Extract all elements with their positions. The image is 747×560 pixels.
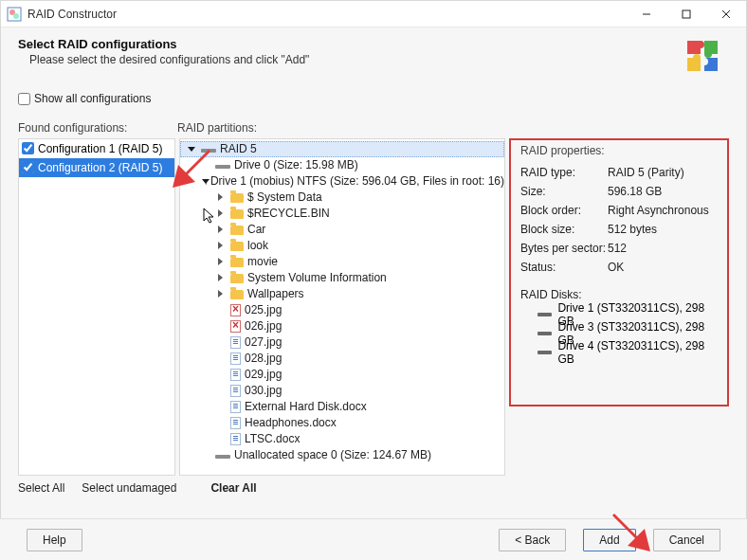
file-icon (230, 385, 241, 397)
drive-icon (537, 351, 552, 354)
select-all-link[interactable]: Select All (18, 481, 64, 495)
partition-tree[interactable]: RAID 5 Drive 0 (Size: 15.98 MB) Drive 1 … (179, 138, 505, 476)
close-button[interactable] (706, 1, 746, 27)
folder-icon (230, 193, 244, 203)
tree-node-file[interactable]: LTSC.docx (180, 431, 504, 447)
file-icon (230, 401, 241, 413)
puzzle-icon (683, 37, 723, 77)
tree-node-file[interactable]: 026.jpg (180, 318, 504, 334)
tree-node-file[interactable]: 030.jpg (180, 383, 504, 399)
file-icon (230, 304, 241, 316)
tree-node-folder[interactable]: Wallpapers (180, 286, 504, 302)
minimize-button[interactable] (627, 1, 666, 27)
tree-node-folder[interactable]: $RECYCLE.BIN (180, 206, 504, 222)
svg-point-2 (13, 13, 19, 19)
tree-node-unallocated[interactable]: Unallocated space 0 (Size: 124.67 MB) (180, 447, 504, 463)
folder-icon (230, 242, 244, 251)
raid-disks-label: RAID Disks: (520, 288, 718, 301)
tree-node-folder[interactable]: System Volume Information (180, 270, 504, 286)
tree-node-file[interactable]: 027.jpg (180, 334, 504, 351)
folder-icon (230, 226, 244, 235)
config-item-2[interactable]: Configuration 2 (RAID 5) (19, 158, 174, 177)
page-subtitle: Please select the desired configurations… (18, 51, 683, 66)
file-icon (230, 320, 241, 333)
drive-icon (215, 455, 230, 459)
back-button[interactable]: < Back (499, 529, 566, 551)
folder-icon (230, 258, 244, 267)
tree-node-file[interactable]: Headphones.docx (180, 415, 504, 431)
file-icon (230, 369, 241, 381)
file-icon (230, 417, 241, 429)
tree-node-file[interactable]: 025.jpg (180, 302, 504, 318)
add-button[interactable]: Add (583, 529, 635, 551)
tree-node-drive[interactable]: Drive 0 (Size: 15.98 MB) (180, 157, 504, 173)
app-icon (7, 7, 22, 22)
file-icon (230, 352, 241, 365)
tree-node-file[interactable]: 028.jpg (180, 351, 504, 367)
tree-node-root[interactable]: RAID 5 (180, 141, 504, 157)
tree-node-file[interactable]: 029.jpg (180, 367, 504, 383)
folder-icon (230, 209, 244, 219)
tree-node-drive[interactable]: Drive 1 (mobius) NTFS (Size: 596.04 GB, … (180, 173, 504, 190)
folder-icon (230, 290, 244, 299)
folder-icon (230, 274, 244, 283)
tree-node-file[interactable]: External Hard Disk.docx (180, 399, 504, 415)
clear-all-link[interactable]: Clear All (210, 481, 256, 495)
file-icon (230, 336, 241, 349)
config-item-1[interactable]: Configuration 1 (RAID 5) (19, 139, 174, 158)
tree-node-folder[interactable]: movie (180, 254, 504, 270)
drive-icon (215, 165, 230, 169)
titlebar: RAID Constructor (1, 1, 746, 27)
cancel-button[interactable]: Cancel (653, 529, 720, 551)
tree-node-folder[interactable]: Car (180, 222, 504, 238)
select-undamaged-link[interactable]: Select undamaged (82, 481, 176, 495)
found-configs-label: Found configurations: (18, 121, 177, 135)
file-icon (230, 433, 241, 445)
svg-rect-4 (683, 10, 690, 18)
config-checkbox[interactable] (22, 161, 34, 173)
tree-node-folder[interactable]: look (180, 238, 504, 254)
tree-node-folder[interactable]: $ System Data (180, 190, 504, 206)
raid-properties-label: RAID properties: (520, 144, 718, 157)
config-list: Configuration 1 (RAID 5) Configuration 2… (18, 138, 175, 476)
show-all-checkbox[interactable]: Show all configurations (18, 92, 151, 105)
config-checkbox[interactable] (22, 142, 34, 154)
window-title: RAID Constructor (27, 8, 627, 21)
raid-properties-panel: RAID properties: RAID type:RAID 5 (Parit… (509, 138, 729, 406)
maximize-button[interactable] (666, 1, 706, 27)
help-button[interactable]: Help (27, 529, 82, 551)
raid-disk-row: Drive 4 (ST3320311CS), 298 GB (520, 343, 718, 362)
drive-icon (201, 149, 216, 153)
page-title: Select RAID configurations (18, 37, 683, 51)
drive-icon (537, 313, 552, 316)
raid-partitions-label: RAID partitions: (177, 121, 729, 135)
drive-icon (537, 332, 552, 335)
